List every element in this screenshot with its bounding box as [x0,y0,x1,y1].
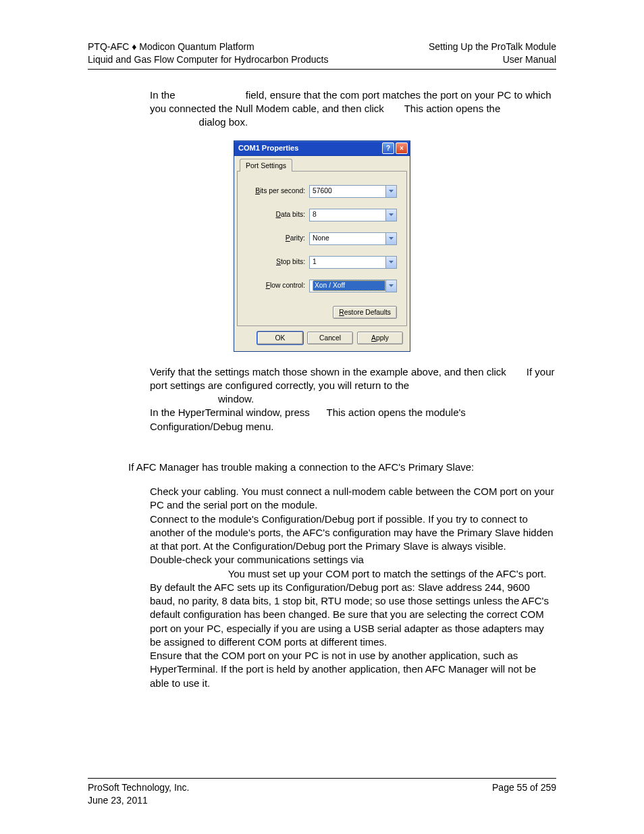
parity-label: Parity: [247,234,309,243]
ok-button[interactable]: OK [257,332,303,344]
header-right-line1: Setting Up the ProTalk Module [429,41,556,53]
footer-page: Page 55 of 259 [492,781,556,794]
text: In the HyperTerminal window, press [150,407,313,418]
chevron-down-icon [385,257,396,268]
stop-bits-label: Stop bits: [247,257,309,267]
text: Verify that the settings match those sho… [150,366,509,377]
dialog-title: COM1 Properties [238,143,382,153]
help-button[interactable]: ? [382,142,394,154]
header-left-line1: PTQ-AFC ♦ Modicon Quantum Platform [88,41,328,53]
chevron-down-icon [385,233,396,244]
header-left-line2: Liquid and Gas Flow Computer for Hydroca… [88,53,328,66]
cancel-button[interactable]: Cancel [307,332,353,344]
header-right-line2: User Manual [429,53,556,66]
apply-button[interactable]: Apply [357,332,403,344]
com1-properties-dialog: COM1 Properties ? × Port Settings Bits p… [234,140,410,352]
page-footer: ProSoft Technology, Inc. June 23, 2011 P… [88,778,556,807]
flow-control-select[interactable]: Xon / Xoff [309,280,397,292]
bits-per-second-label: Bits per second: [247,186,309,196]
chevron-down-icon [385,209,396,221]
restore-defaults-button[interactable]: Restore Defaults [333,306,397,319]
troubleshoot-item-1: Check your cabling. You must connect a n… [150,485,556,513]
chevron-down-icon [385,186,396,197]
close-button[interactable]: × [396,142,408,154]
data-bits-label: Data bits: [247,210,309,219]
data-bits-select[interactable]: 8 [309,209,397,221]
troubleshoot-item-2: Connect to the module's Configuration/De… [150,513,556,554]
paragraph-2: Verify that the settings match those sho… [150,365,556,434]
troubleshoot-item-3: Double-check your communications setting… [150,553,556,649]
paragraph-1: In the Connect using field, ensure that … [150,88,556,130]
chevron-down-icon [385,280,396,292]
footer-date: June 23, 2011 [88,794,189,807]
page-header: PTQ-AFC ♦ Modicon Quantum Platform Liqui… [88,41,556,70]
dialog-titlebar[interactable]: COM1 Properties ? × [234,141,410,156]
flow-control-label: Flow control: [247,281,309,290]
stop-bits-select[interactable]: 1 [309,256,397,269]
troubleshoot-item-4: Ensure that the COM port on your PC is n… [150,649,556,690]
data-bits-value: 8 [313,210,385,219]
footer-company: ProSoft Technology, Inc. [88,781,189,794]
text: In the [150,89,178,101]
text: Double-check your communications setting… [150,554,364,565]
parity-value: None [313,234,385,243]
tab-port-settings[interactable]: Port Settings [240,159,292,172]
troubleshoot-intro: If AFC Manager has trouble making a conn… [128,461,556,474]
bits-per-second-value: 57600 [313,186,385,196]
text: window. [218,393,254,405]
text: You must set up your COM port to match t… [150,568,549,648]
stop-bits-value: 1 [313,257,385,267]
bits-per-second-select[interactable]: 57600 [309,185,397,198]
parity-select[interactable]: None [309,232,397,245]
flow-control-value: Xon / Xoff [313,280,385,291]
text: dialog box. [199,116,248,128]
text: This action opens the [404,103,504,114]
